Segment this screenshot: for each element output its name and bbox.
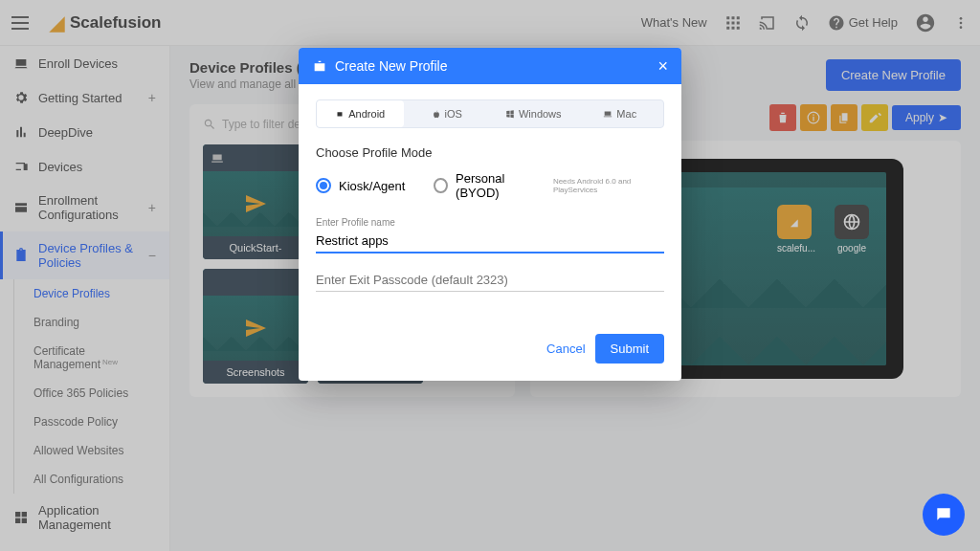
- submit-button[interactable]: Submit: [595, 334, 664, 364]
- radio-checked-icon: [316, 178, 331, 193]
- tab-android[interactable]: Android: [317, 100, 404, 127]
- profile-name-label: Enter Profile name: [316, 217, 664, 228]
- exit-passcode-input[interactable]: [316, 269, 664, 292]
- choose-mode-label: Choose Profile Mode: [316, 145, 664, 160]
- laptop-icon: [603, 109, 612, 119]
- radio-byod[interactable]: Personal (BYOD)Needs Android 6.0 and Pla…: [434, 171, 664, 200]
- briefcase-icon: [312, 58, 327, 74]
- radio-kiosk[interactable]: Kiosk/Agent: [316, 171, 405, 200]
- android-icon: [335, 109, 345, 119]
- modal-title: Create New Profile: [335, 58, 448, 74]
- profile-name-input[interactable]: [316, 230, 664, 253]
- os-tabs: Android iOS Windows Mac: [316, 99, 664, 128]
- tab-ios[interactable]: iOS: [404, 100, 491, 127]
- radio-unchecked-icon: [434, 178, 448, 193]
- create-profile-modal: Create New Profile × Android iOS Windows…: [299, 48, 681, 381]
- chat-button[interactable]: [923, 494, 965, 536]
- tab-mac[interactable]: Mac: [577, 100, 664, 127]
- apple-icon: [432, 109, 441, 119]
- radio-note: Needs Android 6.0 and PlayServices: [553, 177, 664, 194]
- tab-windows[interactable]: Windows: [490, 100, 577, 127]
- windows-icon: [505, 109, 515, 119]
- chat-icon: [934, 505, 953, 524]
- close-button[interactable]: ×: [657, 57, 668, 75]
- cancel-button[interactable]: Cancel: [546, 342, 585, 356]
